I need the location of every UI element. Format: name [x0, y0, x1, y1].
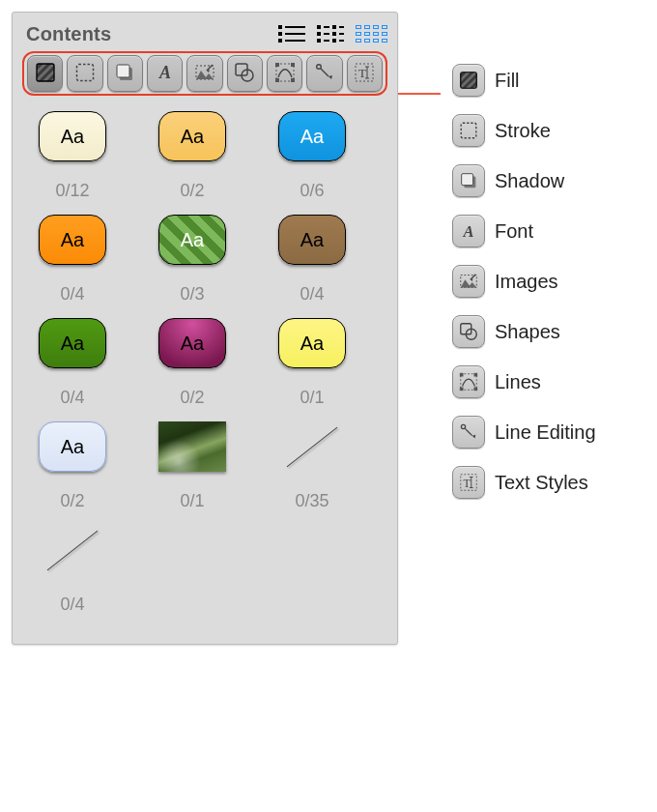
swatch-grid: Aa0/12Aa0/2Aa0/6Aa0/4Aa0/3Aa0/4Aa0/4Aa0/…: [20, 109, 389, 630]
swatch-color[interactable]: Aa: [39, 318, 106, 368]
swatch-count: 0/3: [180, 284, 204, 304]
textstyle-icon: [353, 61, 376, 87]
swatch-count: 0/1: [300, 388, 324, 408]
stroke-icon: [73, 61, 97, 87]
view-mode-list-compact[interactable]: [314, 22, 347, 45]
stroke-icon: [452, 114, 485, 147]
callout-lineedit-tool: Line Editing: [452, 416, 596, 449]
swatch-cell: Aa0/1: [268, 318, 357, 408]
swatch-cell: 0/35: [268, 421, 357, 511]
toolbar-callout-list: FillStrokeShadowFontImagesShapesLinesLin…: [452, 64, 596, 499]
stroke-tool[interactable]: [67, 55, 102, 92]
swatch-sample-text: Aa: [61, 333, 84, 355]
swatch-sample-text: Aa: [181, 333, 204, 355]
swatch-cell: Aa0/12: [28, 111, 117, 201]
textstyle-tool[interactable]: [347, 55, 383, 92]
swatch-color[interactable]: Aa: [39, 111, 106, 161]
shadow-icon: [113, 61, 136, 87]
swatch-count: 0/4: [60, 284, 84, 304]
view-mode-grid[interactable]: [353, 22, 386, 45]
swatch-color[interactable]: Aa: [278, 111, 346, 161]
font-tool[interactable]: [147, 55, 183, 92]
swatch-cell: Aa0/4: [28, 215, 117, 304]
swatch-none[interactable]: [39, 525, 106, 575]
callout-images-tool: Images: [452, 265, 596, 298]
swatch-count: 0/2: [180, 181, 204, 201]
shapes-tool[interactable]: [227, 55, 263, 92]
swatch-cell: Aa0/4: [268, 215, 357, 304]
swatch-count: 0/35: [295, 491, 328, 511]
callout-label: Line Editing: [495, 421, 596, 444]
lineedit-icon: [313, 61, 336, 87]
images-tool[interactable]: [186, 55, 222, 92]
swatch-sample-text: Aa: [61, 229, 84, 251]
images-icon: [193, 61, 216, 87]
shadow-icon: [452, 164, 485, 197]
swatch-none[interactable]: [278, 421, 346, 472]
lines-tool[interactable]: [267, 55, 302, 92]
swatch-sample-text: Aa: [300, 229, 324, 251]
swatch-count: 0/4: [60, 594, 84, 615]
swatch-cell: Aa0/6: [268, 111, 357, 201]
view-mode-switcher: [275, 22, 386, 45]
callout-label: Stroke: [495, 120, 551, 142]
toolbar: [27, 55, 383, 92]
swatch-color[interactable]: Aa: [278, 215, 346, 265]
font-icon: [452, 215, 485, 247]
swatch-image[interactable]: [158, 421, 226, 472]
callout-stroke-tool: Stroke: [452, 114, 596, 147]
fill-tool[interactable]: [27, 55, 63, 92]
swatch-sample-text: Aa: [181, 229, 204, 251]
callout-label: Shapes: [495, 321, 560, 343]
swatch-count: 0/2: [60, 491, 84, 511]
swatch-color[interactable]: Aa: [158, 111, 226, 161]
swatch-cell: Aa0/2: [148, 318, 237, 408]
callout-label: Shadow: [495, 170, 564, 192]
callout-label: Images: [495, 271, 558, 293]
swatch-sample-text: Aa: [300, 126, 324, 148]
swatch-cell: 0/4: [28, 525, 117, 615]
callout-label: Font: [495, 220, 533, 243]
swatch-count: 0/2: [180, 388, 204, 408]
callout-label: Fill: [495, 70, 520, 92]
textstyle-icon: [452, 466, 485, 499]
lines-icon: [452, 365, 485, 398]
swatch-sample-text: Aa: [61, 126, 84, 148]
fill-icon: [34, 61, 57, 87]
swatch-count: 0/1: [180, 491, 204, 511]
swatch-sample-text: Aa: [181, 126, 204, 148]
swatch-count: 0/12: [55, 181, 89, 201]
lineedit-tool[interactable]: [306, 55, 342, 92]
callout-connector-line: [398, 93, 441, 95]
swatch-color[interactable]: Aa: [158, 318, 226, 368]
panel-title: Contents: [26, 23, 111, 45]
swatch-color[interactable]: Aa: [158, 215, 226, 265]
swatch-color[interactable]: Aa: [39, 421, 106, 472]
fill-icon: [452, 64, 485, 97]
callout-fill-tool: Fill: [452, 64, 596, 97]
view-mode-list-detail[interactable]: [275, 22, 308, 45]
shadow-tool[interactable]: [107, 55, 143, 92]
callout-label: Text Styles: [495, 472, 588, 494]
lineedit-icon: [452, 416, 485, 449]
swatch-sample-text: Aa: [61, 436, 84, 458]
contents-panel: Contents: [12, 12, 398, 645]
swatch-cell: Aa0/3: [148, 215, 237, 304]
images-icon: [452, 265, 485, 298]
callout-textstyle-tool: Text Styles: [452, 466, 596, 499]
callout-label: Lines: [495, 371, 541, 393]
font-icon: [154, 61, 177, 87]
swatch-color[interactable]: Aa: [278, 318, 346, 368]
swatch-sample-text: Aa: [300, 333, 324, 355]
lines-icon: [273, 61, 297, 87]
swatch-count: 0/4: [60, 388, 84, 408]
toolbar-highlight: [22, 51, 387, 96]
callout-shadow-tool: Shadow: [452, 164, 596, 197]
swatch-cell: 0/1: [148, 421, 237, 511]
callout-lines-tool: Lines: [452, 365, 596, 398]
callout-shapes-tool: Shapes: [452, 315, 596, 348]
swatch-cell: Aa0/2: [28, 421, 117, 511]
shapes-icon: [452, 315, 485, 348]
callout-font-tool: Font: [452, 215, 596, 247]
swatch-color[interactable]: Aa: [39, 215, 106, 265]
